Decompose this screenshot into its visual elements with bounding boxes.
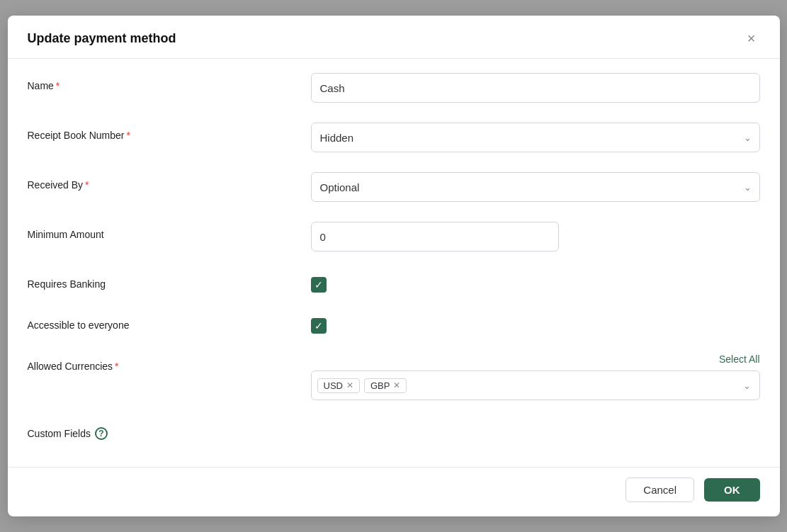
receipt-book-select-wrap: Hidden Optional Required ⌄ (311, 123, 760, 152)
name-input[interactable] (311, 73, 760, 103)
received-by-select-wrap: Optional Required Hidden ⌄ (311, 172, 760, 202)
currency-tag-usd-remove[interactable]: ✕ (346, 381, 353, 390)
received-by-row: Received By* Optional Required Hidden ⌄ (28, 172, 760, 202)
custom-fields-row: Custom Fields ? (28, 420, 760, 440)
allowed-currencies-row: Allowed Currencies* Select All USD ✕ (28, 353, 760, 400)
requires-banking-label: Requires Banking (28, 271, 297, 290)
currency-tag-usd: USD ✕ (317, 378, 360, 393)
accessible-checkbox[interactable]: ✓ (311, 318, 327, 334)
cancel-button[interactable]: Cancel (625, 477, 694, 502)
modal-footer: Cancel OK (8, 467, 780, 516)
allowed-currencies-required: * (115, 361, 118, 372)
allowed-currencies-label: Allowed Currencies* (28, 353, 297, 372)
accessible-checkmark-icon: ✓ (315, 321, 323, 331)
accessible-label: Accessible to everyone (28, 312, 297, 331)
currency-tag-usd-label: USD (324, 380, 343, 391)
name-label: Name* (28, 73, 297, 91)
minimum-amount-label: Minimum Amount (28, 222, 297, 240)
close-button[interactable]: × (743, 30, 760, 47)
received-by-label: Received By* (28, 172, 297, 191)
accessible-checkbox-wrap: ✓ (311, 312, 760, 334)
currency-tag-gbp: GBP ✕ (364, 378, 407, 393)
minimum-amount-row: Minimum Amount (28, 222, 760, 251)
select-all-button[interactable]: Select All (719, 353, 760, 365)
received-by-select[interactable]: Optional Required Hidden (311, 172, 760, 202)
allowed-currencies-wrap: Select All USD ✕ GBP ✕ ⌄ (311, 353, 760, 400)
requires-banking-row: Requires Banking ✓ (28, 271, 760, 293)
name-row: Name* (28, 73, 760, 103)
modal-overlay: Update payment method × Name* Re (0, 0, 787, 532)
accessible-row: Accessible to everyone ✓ (28, 312, 760, 334)
minimum-amount-input[interactable] (311, 222, 559, 251)
checkmark-icon: ✓ (315, 280, 323, 290)
modal-body: Name* Receipt Book Number* Hidden (8, 59, 780, 467)
requires-banking-checkbox-wrap-inner: ✓ (311, 271, 760, 293)
receipt-book-select[interactable]: Hidden Optional Required (311, 123, 760, 152)
name-required: * (56, 80, 60, 91)
received-by-select-wrapper: Optional Required Hidden ⌄ (311, 172, 760, 202)
receipt-book-required: * (126, 130, 130, 141)
minimum-amount-input-wrap (311, 222, 760, 251)
receipt-book-select-wrapper: Hidden Optional Required ⌄ (311, 123, 760, 152)
modal-dialog: Update payment method × Name* Re (8, 16, 780, 516)
requires-banking-checkbox-wrap: ✓ (311, 271, 760, 293)
receipt-book-row: Receipt Book Number* Hidden Optional Req… (28, 123, 760, 152)
select-all-row: Select All (311, 353, 760, 365)
modal-title: Update payment method (28, 31, 176, 46)
received-by-required: * (85, 179, 89, 191)
custom-fields-label: Custom Fields ? (28, 420, 297, 440)
ok-button[interactable]: OK (704, 478, 760, 502)
custom-fields-info-icon[interactable]: ? (95, 427, 108, 440)
currency-select-arrow-icon: ⌄ (743, 380, 751, 391)
modal-header: Update payment method × (8, 16, 780, 59)
currency-select-box[interactable]: USD ✕ GBP ✕ ⌄ (311, 370, 760, 400)
modal-body-container: Name* Receipt Book Number* Hidden (8, 59, 780, 467)
accessible-checkbox-wrap-inner: ✓ (311, 312, 760, 334)
requires-banking-checkbox[interactable]: ✓ (311, 277, 327, 293)
name-input-wrap (311, 73, 760, 103)
currency-tag-gbp-label: GBP (370, 380, 390, 391)
receipt-book-label: Receipt Book Number* (28, 123, 297, 141)
currency-tag-gbp-remove[interactable]: ✕ (393, 381, 400, 390)
custom-fields-label-wrap: Custom Fields ? (28, 427, 297, 440)
